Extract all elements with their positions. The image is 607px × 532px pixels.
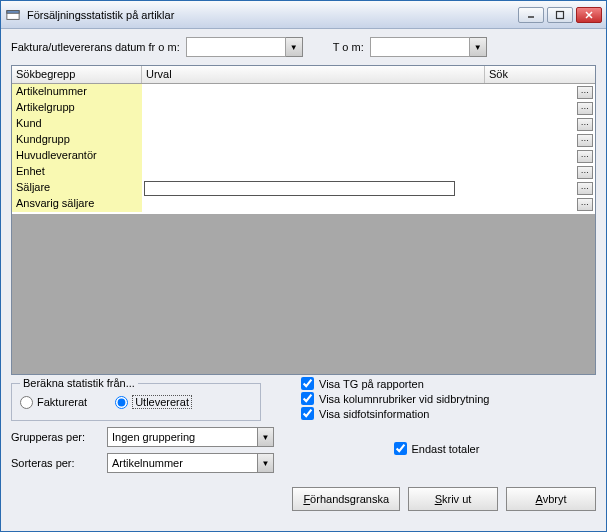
lookup-button[interactable]: ··· bbox=[577, 150, 593, 163]
lookup-button[interactable]: ··· bbox=[577, 182, 593, 195]
group-by-dropdown[interactable]: ▼ bbox=[257, 427, 274, 447]
from-date-input[interactable] bbox=[186, 37, 286, 57]
criteria-table: Sökbegrepp Urval Sök Artikelnummer ··· A… bbox=[11, 65, 596, 375]
table-row: Ansvarig säljare ··· bbox=[12, 196, 595, 212]
radio-fakturerat[interactable]: Fakturerat bbox=[20, 396, 87, 409]
check-visa-kolumn[interactable]: Visa kolumnrubriker vid sidbrytning bbox=[301, 392, 489, 405]
sort-by-combo[interactable] bbox=[107, 453, 257, 473]
header-sok[interactable]: Sök bbox=[485, 66, 595, 83]
client-area: Faktura/utlevererans datum fr o m: ▼ T o… bbox=[1, 29, 606, 531]
to-date-label: T o m: bbox=[333, 41, 364, 53]
svg-rect-1 bbox=[7, 10, 19, 13]
from-date-label: Faktura/utlevererans datum fr o m: bbox=[11, 41, 180, 53]
lookup-button[interactable]: ··· bbox=[577, 166, 593, 179]
table-row: Kundgrupp ··· bbox=[12, 132, 595, 148]
lookup-button[interactable]: ··· bbox=[577, 134, 593, 147]
print-button[interactable]: Skriv ut bbox=[408, 487, 498, 511]
cancel-button[interactable]: Avbryt bbox=[506, 487, 596, 511]
group-by-combo[interactable] bbox=[107, 427, 257, 447]
check-visa-sidfot[interactable]: Visa sidfotsinformation bbox=[301, 407, 489, 420]
sort-by-dropdown[interactable]: ▼ bbox=[257, 453, 274, 473]
row-label[interactable]: Enhet bbox=[12, 164, 142, 180]
group-by-row: Grupperas per: ▼ bbox=[11, 427, 301, 447]
header-urval[interactable]: Urval bbox=[142, 66, 485, 83]
maximize-button[interactable] bbox=[547, 7, 573, 23]
check-visa-sidfot-input[interactable] bbox=[301, 407, 314, 420]
row-label[interactable]: Ansvarig säljare bbox=[12, 196, 142, 212]
row-label[interactable]: Säljare bbox=[12, 180, 142, 196]
to-date-dropdown[interactable]: ▼ bbox=[470, 37, 487, 57]
row-label[interactable]: Artikelgrupp bbox=[12, 100, 142, 116]
window-title: Försäljningsstatistik på artiklar bbox=[27, 9, 518, 21]
lookup-button[interactable]: ··· bbox=[577, 86, 593, 99]
row-label[interactable]: Kund bbox=[12, 116, 142, 132]
stats-groupbox: Beräkna statistik från... Fakturerat Utl… bbox=[11, 383, 261, 421]
date-row: Faktura/utlevererans datum fr o m: ▼ T o… bbox=[11, 37, 596, 57]
to-date-input[interactable] bbox=[370, 37, 470, 57]
from-date-dropdown[interactable]: ▼ bbox=[286, 37, 303, 57]
groupbox-legend: Beräkna statistik från... bbox=[20, 377, 138, 389]
close-button[interactable] bbox=[576, 7, 602, 23]
row-label[interactable]: Kundgrupp bbox=[12, 132, 142, 148]
table-row: Kund ··· bbox=[12, 116, 595, 132]
radio-utlevererat[interactable]: Utlevererat bbox=[115, 395, 192, 409]
check-endast-totaler-input[interactable] bbox=[394, 442, 407, 455]
sort-by-row: Sorteras per: ▼ bbox=[11, 453, 301, 473]
preview-button[interactable]: Förhandsgranska bbox=[292, 487, 400, 511]
table-row: Artikelgrupp ··· bbox=[12, 100, 595, 116]
table-row: Artikelnummer ··· bbox=[12, 84, 595, 100]
titlebar: Försäljningsstatistik på artiklar bbox=[1, 1, 606, 29]
svg-rect-3 bbox=[557, 11, 564, 18]
lookup-button[interactable]: ··· bbox=[577, 118, 593, 131]
radio-fakturerat-input[interactable] bbox=[20, 396, 33, 409]
table-empty-area bbox=[12, 214, 595, 374]
table-row: Enhet ··· bbox=[12, 164, 595, 180]
row-label[interactable]: Artikelnummer bbox=[12, 84, 142, 100]
group-by-label: Grupperas per: bbox=[11, 431, 101, 443]
window-icon bbox=[5, 7, 21, 23]
button-row: Förhandsgranska Skriv ut Avbryt bbox=[11, 487, 596, 511]
check-visa-tg-input[interactable] bbox=[301, 377, 314, 390]
sort-by-label: Sorteras per: bbox=[11, 457, 101, 469]
row-label[interactable]: Huvudleverantör bbox=[12, 148, 142, 164]
app-window: Försäljningsstatistik på artiklar Faktur… bbox=[0, 0, 607, 532]
table-row: Huvudleverantör ··· bbox=[12, 148, 595, 164]
header-sokbegrepp[interactable]: Sökbegrepp bbox=[12, 66, 142, 83]
radio-utlevererat-input[interactable] bbox=[115, 396, 128, 409]
table-row: Säljare ··· bbox=[12, 180, 595, 196]
minimize-button[interactable] bbox=[518, 7, 544, 23]
lookup-button[interactable]: ··· bbox=[577, 102, 593, 115]
lookup-button[interactable]: ··· bbox=[577, 198, 593, 211]
table-body: Artikelnummer ··· Artikelgrupp ··· Kund … bbox=[12, 84, 595, 214]
check-endast-totaler[interactable]: Endast totaler bbox=[394, 442, 480, 455]
table-header: Sökbegrepp Urval Sök bbox=[12, 66, 595, 84]
check-visa-tg[interactable]: Visa TG på rapporten bbox=[301, 377, 489, 390]
check-visa-kolumn-input[interactable] bbox=[301, 392, 314, 405]
saljare-input[interactable] bbox=[144, 181, 455, 196]
